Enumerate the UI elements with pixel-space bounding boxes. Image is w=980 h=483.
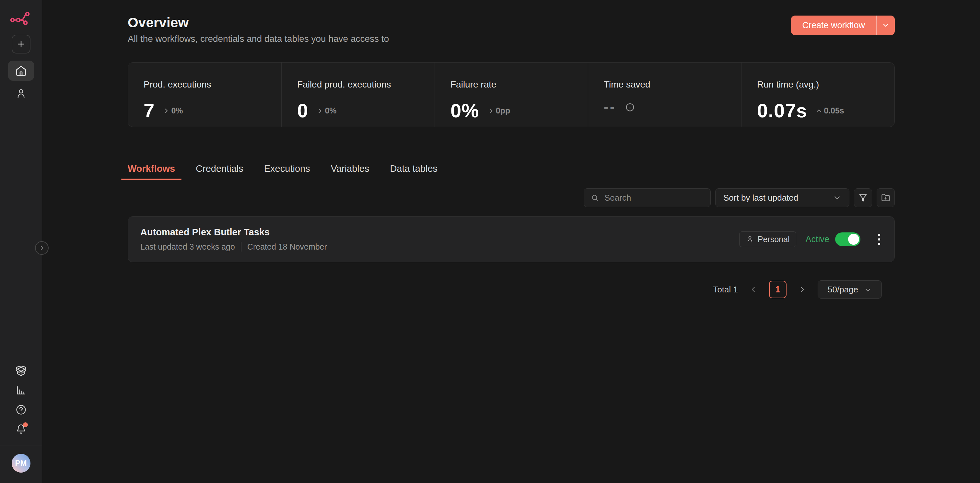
- stat-failure-rate: Failure rate 0% 0pp: [434, 62, 588, 127]
- stat-value: 7: [143, 99, 154, 122]
- create-workflow-dropdown[interactable]: [876, 16, 895, 35]
- pagination-total: Total 1: [713, 285, 738, 295]
- stat-label: Prod. executions: [143, 80, 275, 90]
- info-icon[interactable]: [625, 102, 635, 112]
- stats-bar: Prod. executions 7 0% Failed prod. execu…: [128, 62, 895, 127]
- stat-run-time: Run time (avg.) 0.07s 0.05s: [741, 62, 894, 127]
- sidebar-divider: [0, 445, 42, 445]
- stat-prod-executions: Prod. executions 7 0%: [128, 62, 281, 127]
- tab-workflows[interactable]: Workflows: [121, 163, 181, 180]
- tab-executions[interactable]: Executions: [258, 163, 317, 180]
- stat-label: Failure rate: [450, 80, 582, 90]
- sidebar-item-personal[interactable]: [14, 86, 29, 101]
- stat-value: --: [604, 99, 616, 115]
- resource-tabs: Workflows Credentials Executions Variabl…: [121, 163, 895, 180]
- workflow-created: Created 18 November: [247, 242, 327, 252]
- next-page-button[interactable]: [798, 285, 806, 293]
- stat-value: 0.07s: [757, 99, 807, 122]
- owner-label: Personal: [758, 235, 790, 244]
- stat-label: Run time (avg.): [757, 80, 889, 90]
- stat-value: 0%: [450, 99, 479, 122]
- sidebar-bottom-group: [16, 365, 27, 435]
- previous-page-button[interactable]: [749, 285, 757, 293]
- chevron-up-icon: [816, 108, 822, 114]
- chevron-right-icon: [317, 108, 323, 114]
- filter-funnel-icon: [859, 193, 867, 202]
- stat-value: 0: [297, 99, 308, 122]
- page-header: Overview All the workflows, credentials …: [128, 15, 895, 44]
- status-label: Active: [805, 234, 829, 244]
- new-folder-button[interactable]: [877, 188, 895, 207]
- workflow-last-updated: Last updated 3 weeks ago: [140, 242, 235, 252]
- chevron-right-icon: [488, 108, 494, 114]
- help-button[interactable]: [16, 404, 27, 415]
- chevron-down-icon: [833, 193, 841, 202]
- chevron-down-icon: [864, 286, 872, 294]
- insights-button[interactable]: [16, 385, 27, 396]
- meta-divider: [241, 242, 242, 252]
- chevron-left-icon: [749, 285, 757, 293]
- search-input[interactable]: [604, 193, 703, 203]
- chevron-right-icon: [798, 285, 806, 293]
- create-workflow-label[interactable]: Create workflow: [791, 16, 876, 35]
- create-workflow-button[interactable]: Create workflow: [791, 16, 895, 35]
- chevron-right-icon: [163, 108, 170, 114]
- stat-delta: 0%: [317, 106, 336, 115]
- pagination: Total 1 1 50/page: [128, 281, 895, 298]
- workflow-meta: Last updated 3 weeks ago Created 18 Nove…: [140, 242, 327, 252]
- stat-delta: 0%: [163, 106, 183, 115]
- page-size-value: 50/page: [828, 285, 858, 295]
- search-box[interactable]: [584, 188, 711, 207]
- sort-value: Sort by last updated: [723, 193, 798, 203]
- chevron-down-icon: [882, 21, 889, 29]
- help-circle-icon: [16, 404, 27, 415]
- workflow-title: Automated Plex Butler Tasks: [140, 227, 327, 238]
- page-subtitle: All the workflows, credentials and data …: [128, 34, 389, 44]
- list-toolbar: Sort by last updated: [128, 188, 895, 207]
- stat-label: Failed prod. executions: [297, 80, 429, 90]
- stat-label: Time saved: [604, 80, 735, 90]
- templates-button[interactable]: [16, 365, 27, 376]
- user-icon: [16, 88, 27, 99]
- tab-credentials[interactable]: Credentials: [189, 163, 250, 180]
- page-number-button[interactable]: 1: [769, 281, 786, 298]
- user-avatar[interactable]: PM: [12, 454, 30, 473]
- plus-icon: [16, 39, 26, 49]
- page-size-select[interactable]: 50/page: [818, 281, 882, 298]
- stat-delta: 0pp: [488, 106, 510, 115]
- sidebar: PM: [0, 0, 42, 483]
- tab-data-tables[interactable]: Data tables: [383, 163, 444, 180]
- notifications-button[interactable]: [16, 424, 27, 435]
- workflow-info: Automated Plex Butler Tasks Last updated…: [140, 227, 327, 252]
- stat-time-saved: Time saved --: [588, 62, 741, 127]
- avatar-initials: PM: [15, 459, 27, 468]
- home-icon: [15, 65, 27, 77]
- sidebar-item-overview[interactable]: [8, 61, 34, 81]
- filter-button[interactable]: [854, 188, 872, 207]
- add-workflow-button[interactable]: [12, 35, 30, 54]
- n8n-logo-icon: [10, 11, 32, 26]
- sidebar-expand-button[interactable]: [35, 241, 49, 255]
- toggle-knob: [848, 234, 859, 245]
- stat-failed-executions: Failed prod. executions 0 0%: [281, 62, 434, 127]
- bar-chart-icon: [16, 385, 27, 396]
- main-content: Overview All the workflows, credentials …: [42, 0, 980, 483]
- owner-badge: Personal: [739, 231, 797, 247]
- page-title: Overview: [128, 15, 389, 30]
- package-open-icon: [16, 365, 27, 376]
- tab-variables[interactable]: Variables: [325, 163, 376, 180]
- chevron-right-icon: [39, 245, 45, 250]
- workflow-actions: Personal Active: [739, 231, 882, 247]
- search-icon: [591, 193, 598, 202]
- workflow-row[interactable]: Automated Plex Butler Tasks Last updated…: [128, 216, 895, 262]
- stat-delta: 0.05s: [816, 106, 844, 115]
- sort-select[interactable]: Sort by last updated: [715, 188, 850, 207]
- active-toggle[interactable]: [835, 233, 861, 246]
- folder-plus-icon: [881, 193, 890, 202]
- workflow-menu-button[interactable]: [876, 232, 882, 247]
- user-icon: [746, 235, 754, 243]
- notification-dot: [23, 422, 28, 427]
